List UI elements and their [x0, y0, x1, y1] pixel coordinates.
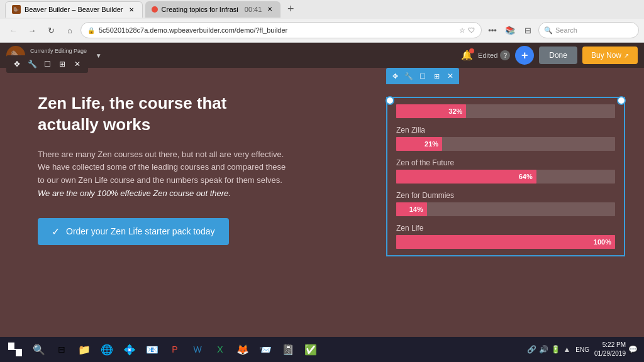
windows-icon: [8, 343, 22, 356]
bar-label-1: Zen Zilla: [396, 126, 615, 134]
bookmark-icon[interactable]: ☆: [459, 26, 465, 35]
sidebar-icon[interactable]: ⊟: [519, 22, 536, 38]
home-button[interactable]: ⌂: [62, 22, 78, 38]
nav-bar: ← → ↻ ⌂ 🔒 5c50201b28c7a.demo.wpbeaverbui…: [0, 19, 644, 42]
bb-dropdown-button[interactable]: ▼: [93, 50, 104, 61]
notification-icon[interactable]: 💬: [628, 345, 638, 354]
bars-container: 32% Zen Zilla 21% Zen of the Future 64%: [386, 97, 625, 256]
app-wrapper: 🦫 Beaver Builder – Beaver Builder ✕ Crea…: [0, 0, 644, 362]
date-display: 01/29/2019: [594, 349, 626, 358]
new-tab-button[interactable]: +: [283, 2, 298, 17]
up-arrow-icon[interactable]: ▲: [563, 345, 570, 354]
bar-fill-4: 100%: [396, 235, 615, 249]
taskbar-search[interactable]: 🔍: [28, 337, 50, 361]
taskbar-todo[interactable]: ✅: [299, 337, 322, 361]
word-icon: W: [191, 343, 204, 356]
widget-move-icon[interactable]: ✥: [389, 70, 401, 82]
start-button[interactable]: [3, 337, 28, 361]
main-heading: Zen Life, the course that actually works: [38, 93, 277, 136]
taskbar-outlook[interactable]: 📨: [254, 337, 277, 361]
address-text: 5c50201b28c7a.demo.wpbeaverbuilder.com/d…: [99, 26, 455, 34]
bb-buy-label: Buy Now: [591, 51, 621, 60]
float-tool-move[interactable]: ✥: [10, 57, 24, 71]
shield-icon: 🛡: [468, 26, 475, 35]
taskbar-firefox[interactable]: 🦊: [231, 337, 254, 361]
bar-label-2: Zen of the Future: [396, 158, 615, 167]
main-body: There are many Zen courses out there, bu…: [38, 148, 289, 200]
tab-close-creating[interactable]: ✕: [265, 5, 274, 14]
float-tool-grid[interactable]: ⊞: [55, 57, 69, 71]
widget-grid-icon[interactable]: ⊞: [430, 70, 443, 82]
tab-beaver-builder[interactable]: 🦫 Beaver Builder – Beaver Builder ✕: [5, 1, 143, 18]
search-icon: 🔍: [544, 26, 553, 35]
bb-toolbar-right: 🔔 Edited ? + Done Buy Now ↗: [461, 46, 638, 65]
tab-timer: 00:41: [245, 6, 262, 13]
right-content: ✥ 🔧 ☐ ⊞ ✕ 32% Zen Zilla 21%: [374, 68, 644, 362]
cta-check-icon: ✓: [52, 226, 60, 238]
tab-label-beaver: Beaver Builder – Beaver Builder: [25, 6, 123, 13]
bar-track-1: 21%: [396, 137, 615, 151]
time-display: 5:22 PM: [594, 341, 626, 349]
address-bar[interactable]: 🔒 5c50201b28c7a.demo.wpbeaverbuilder.com…: [80, 22, 482, 38]
bb-bell-icon[interactable]: 🔔: [461, 50, 473, 61]
bb-help-icon[interactable]: ?: [500, 50, 510, 60]
bar-row-4: Zen Life 100%: [396, 224, 615, 249]
taskbar-clock[interactable]: 5:22 PM 01/29/2019: [594, 341, 626, 358]
taskbar-word[interactable]: W: [186, 337, 209, 361]
bb-toolbar: 🦫 Currently Editing Page Beaver Builder …: [0, 43, 644, 68]
bb-buy-button[interactable]: Buy Now ↗: [582, 47, 638, 64]
bb-done-button[interactable]: Done: [539, 47, 577, 64]
battery-icon[interactable]: 🔋: [551, 345, 560, 354]
refresh-button[interactable]: ↻: [43, 22, 59, 38]
tab-close-beaver[interactable]: ✕: [127, 5, 136, 14]
content-area: Zen Life, the course that actually works…: [0, 68, 644, 362]
bar-track-2: 64%: [396, 170, 615, 184]
bar-label-3: Zen for Dummies: [396, 191, 615, 200]
float-tool-wrench[interactable]: 🔧: [25, 57, 39, 71]
outlook-icon: 📨: [258, 343, 272, 356]
taskview-icon: ⊟: [55, 343, 69, 356]
forward-button[interactable]: →: [24, 22, 40, 38]
widget-close-icon[interactable]: ✕: [444, 70, 457, 82]
search-bar[interactable]: 🔍 Search: [538, 22, 639, 38]
search-placeholder: Search: [555, 26, 577, 34]
bar-track-0: 32%: [396, 104, 615, 118]
menu-dots[interactable]: •••: [484, 22, 501, 38]
taskbar-onenote[interactable]: 📓: [277, 337, 299, 361]
widget-toolbar: ✥ 🔧 ☐ ⊞ ✕: [386, 68, 459, 84]
widget-wrench-icon[interactable]: 🔧: [402, 70, 415, 82]
taskbar-powerpoint[interactable]: P: [164, 337, 186, 361]
network-icon[interactable]: 🔗: [527, 345, 536, 354]
float-tool-close[interactable]: ✕: [70, 57, 84, 71]
bar-track-3: 14%: [396, 202, 615, 216]
search-taskbar-icon: 🔍: [32, 343, 46, 356]
taskbar-mail[interactable]: 📧: [141, 337, 164, 361]
bb-edited-badge: Edited ?: [478, 50, 510, 60]
bookmarks-icon[interactable]: 📚: [502, 22, 518, 38]
mail-icon: 📧: [145, 343, 159, 356]
todo-icon: ✅: [304, 343, 318, 356]
taskbar-explorer[interactable]: 📁: [73, 337, 96, 361]
widget-square-icon[interactable]: ☐: [416, 70, 429, 82]
bar-row-0: 32%: [396, 104, 615, 118]
bar-track-4: 100%: [396, 235, 615, 249]
bb-external-icon: ↗: [624, 52, 629, 59]
taskbar-taskview[interactable]: ⊟: [50, 337, 73, 361]
float-tool-square[interactable]: ☐: [40, 57, 54, 71]
bar-row-3: Zen for Dummies 14%: [396, 191, 615, 216]
taskbar: 🔍 ⊟ 📁 🌐 💠 📧 P W X 🦊 📨: [0, 337, 644, 362]
back-button[interactable]: ←: [5, 22, 21, 38]
taskbar-cortana[interactable]: 💠: [118, 337, 141, 361]
excel-icon: X: [213, 343, 227, 356]
taskbar-edge[interactable]: 🌐: [96, 337, 118, 361]
bb-add-button[interactable]: +: [515, 46, 534, 65]
bar-row-2: Zen of the Future 64%: [396, 158, 615, 184]
cta-button[interactable]: ✓ Order your Zen Life starter pack today: [38, 218, 229, 245]
volume-icon[interactable]: 🔊: [539, 345, 548, 354]
tab-creating[interactable]: Creating topics for Infrasi 00:41 ✕: [145, 1, 281, 18]
beaver-favicon: 🦫: [12, 5, 21, 14]
tab-label-creating: Creating topics for Infrasi: [162, 6, 238, 13]
taskbar-right: 🔗 🔊 🔋 ▲ ENG 5:22 PM 01/29/2019 💬: [527, 341, 641, 358]
taskbar-excel[interactable]: X: [209, 337, 231, 361]
bar-fill-1: 21%: [396, 137, 442, 151]
